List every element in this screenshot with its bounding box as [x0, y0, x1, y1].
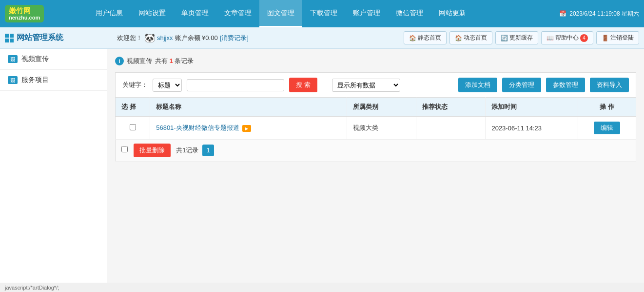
image-icon: 🖼 [8, 55, 18, 63]
datetime: 2023/6/24 11:19:08 星期六 [569, 10, 639, 18]
nav-item-图文管理[interactable]: 图文管理 [259, 0, 302, 27]
sidebar-item-label: 服务项目 [21, 76, 49, 84]
logo-top: 嫩竹网 [9, 7, 40, 15]
nav-item-网站更新[interactable]: 网站更新 [431, 0, 474, 27]
info-bar: i 视频宣传 共有 1 条记录 [115, 57, 636, 65]
search-input[interactable] [187, 79, 284, 91]
system-title: 网站管理系统 [5, 33, 112, 43]
sidebar-item-服务项目[interactable]: 🖼服务项目 [0, 70, 107, 91]
nav-item-账户管理[interactable]: 账户管理 [345, 0, 388, 27]
keyword-label: 关键字： [122, 81, 148, 89]
quick-btn-更新缓存[interactable]: 🔄更新缓存 [495, 31, 538, 44]
calendar-icon: 📅 [559, 10, 566, 17]
content-area: i 视频宣传 共有 1 条记录 关键字： 标题内容作者 搜 索 显示所有数据已推… [107, 49, 644, 292]
nav-items: 用户信息网站设置单页管理文章管理图文管理下载管理账户管理微信管理网站更新 [88, 0, 559, 27]
quick-btn-动态首页[interactable]: 🏠动态首页 [449, 31, 492, 44]
table-row: 56801-央视财经微信专题报道视频大类2023-06-11 14:23编辑 [116, 117, 636, 140]
quick-btn-帮助中心[interactable]: 📖帮助中心4 [541, 31, 593, 44]
logo-bottom: nenzhu.com [9, 15, 40, 21]
sidebar: 🖼视频宣传🖼服务项目 [0, 49, 107, 292]
welcome-text: 欢迎您！ [117, 34, 142, 42]
row-title: 56801-央视财经微信专题报道 [150, 117, 347, 140]
help-icon: 📖 [546, 35, 554, 42]
filter-select[interactable]: 显示所有数据已推荐未推荐 [332, 79, 400, 92]
footer-text: javascript:/*artDialog*/; [5, 285, 59, 291]
sidebar-item-视频宣传[interactable]: 🖼视频宣传 [0, 49, 107, 70]
col-header-1: 标题名称 [150, 98, 347, 117]
quick-btn-label: 帮助中心 [555, 34, 579, 42]
logout-icon: 🚪 [602, 35, 609, 42]
record-count: 1 [170, 57, 173, 64]
welcome-area: 欢迎您！ 🐼 shjjxx 账户余额 ¥0.00 [消费记录] [117, 33, 399, 43]
search-bar: 关键字： 标题内容作者 搜 索 显示所有数据已推荐未推荐 添加文档 分类管理 参… [115, 72, 636, 97]
edit-button[interactable]: 编辑 [594, 122, 620, 134]
sidebar-item-label: 视频宣传 [21, 55, 49, 63]
batch-row: 批量删除 共1记录 1 [116, 140, 636, 162]
title-link[interactable]: 56801-央视财经微信专题报道 [156, 124, 239, 131]
quick-btn-静态首页[interactable]: 🏠静态首页 [404, 31, 447, 44]
nav-item-单页管理[interactable]: 单页管理 [174, 0, 216, 27]
quick-btn-label: 注销登陆 [610, 34, 634, 42]
info-icon: i [115, 57, 124, 65]
col-header-4: 添加时间 [486, 98, 578, 117]
batch-record-info: 共1记录 [176, 146, 198, 154]
record-total: 共有 1 条记录 [155, 57, 194, 65]
search-button[interactable]: 搜 索 [289, 78, 317, 92]
grid-icon [5, 34, 14, 42]
quick-btn-注销登陆[interactable]: 🚪注销登陆 [596, 31, 639, 44]
category-manage-button[interactable]: 分类管理 [502, 78, 541, 92]
params-manage-button[interactable]: 参数管理 [546, 78, 585, 92]
page-btn-1[interactable]: 1 [202, 145, 214, 156]
video-icon [242, 125, 251, 132]
nav-item-网站设置[interactable]: 网站设置 [131, 0, 174, 27]
data-table: 选 择标题名称所属类别推荐状态添加时间操 作 56801-央视财经微信专题报道视… [115, 97, 636, 162]
badge: 4 [580, 34, 588, 42]
balance-text: 账户余额 ¥0.00 [175, 34, 218, 42]
logo-area: 嫩竹网 nenzhu.com [5, 5, 88, 23]
nav-item-下载管理[interactable]: 下载管理 [302, 0, 345, 27]
col-header-2: 所属类别 [347, 98, 416, 117]
quick-btn-label: 更新缓存 [509, 34, 533, 42]
nav-right: 📅 2023/6/24 11:19:08 星期六 [559, 10, 639, 18]
panda-icon: 🐼 [144, 33, 155, 43]
table-header-row: 选 择标题名称所属类别推荐状态添加时间操 作 [116, 98, 636, 117]
add-document-button[interactable]: 添加文档 [458, 78, 497, 92]
home-icon: 🏠 [455, 35, 462, 42]
col-header-3: 推荐状态 [416, 98, 486, 117]
row-checkbox[interactable] [130, 124, 136, 130]
breadcrumb: 视频宣传 [127, 57, 152, 65]
import-button[interactable]: 资料导入 [590, 78, 629, 92]
quick-btns: 🏠静态首页🏠动态首页🔄更新缓存📖帮助中心4🚪注销登陆 [404, 31, 639, 44]
row-time: 2023-06-11 14:23 [486, 117, 578, 140]
top-nav: 嫩竹网 nenzhu.com 用户信息网站设置单页管理文章管理图文管理下载管理账… [0, 0, 644, 27]
col-header-5: 操 作 [578, 98, 636, 117]
consume-link[interactable]: [消费记录] [220, 34, 249, 42]
nav-item-文章管理[interactable]: 文章管理 [216, 0, 259, 27]
row-category: 视频大类 [347, 117, 416, 140]
nav-item-用户信息[interactable]: 用户信息 [88, 0, 131, 27]
user-link[interactable]: shjjxx [157, 34, 173, 42]
select-all-checkbox[interactable] [121, 146, 128, 152]
second-bar: 网站管理系统 欢迎您！ 🐼 shjjxx 账户余额 ¥0.00 [消费记录] 🏠… [0, 27, 644, 49]
image-icon: 🖼 [8, 76, 18, 84]
keyword-type-select[interactable]: 标题内容作者 [153, 79, 182, 92]
logo: 嫩竹网 nenzhu.com [5, 5, 44, 23]
home-icon: 🏠 [409, 35, 416, 42]
col-header-0: 选 择 [116, 98, 150, 117]
footer-bar: javascript:/*artDialog*/; [0, 283, 644, 292]
refresh-icon: 🔄 [501, 35, 508, 42]
nav-item-微信管理[interactable]: 微信管理 [388, 0, 431, 27]
row-status [416, 117, 486, 140]
quick-btn-label: 动态首页 [464, 34, 487, 42]
system-title-label: 网站管理系统 [17, 33, 63, 43]
batch-delete-button[interactable]: 批量删除 [134, 144, 171, 157]
quick-btn-label: 静态首页 [418, 34, 441, 42]
main-layout: 🖼视频宣传🖼服务项目 i 视频宣传 共有 1 条记录 关键字： 标题内容作者 搜… [0, 49, 644, 292]
